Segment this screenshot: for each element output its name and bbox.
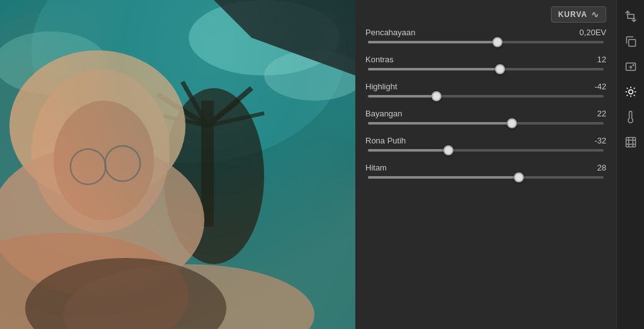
controls-panel: KURVA ∿ Pencahayaan0,20EVKontras12Highli… [355, 0, 616, 329]
sliders-container: Pencahayaan0,20EVKontras12Highlight-42Ba… [365, 28, 606, 179]
crop-rotate-icon[interactable] [619, 5, 642, 28]
slider-thumb-kontras[interactable] [495, 64, 505, 74]
slider-row-highlight: Highlight-42 [365, 82, 606, 98]
slider-label-highlight: Highlight [365, 82, 397, 91]
kurva-button[interactable]: KURVA ∿ [551, 6, 606, 23]
slider-thumb-bayangan[interactable] [507, 118, 517, 128]
svg-line-33 [633, 95, 635, 96]
slider-row-hitam: Hitam28 [365, 163, 606, 179]
slider-value-kontras: 12 [581, 55, 606, 64]
kurva-curve-icon: ∿ [591, 9, 599, 20]
slider-thumb-hitam[interactable] [514, 172, 524, 182]
slider-track-rona-putih[interactable] [368, 149, 604, 152]
slider-value-rona-putih: -32 [581, 136, 606, 145]
slider-track-pencahayaan[interactable] [368, 41, 604, 43]
slider-value-bayangan: 22 [581, 109, 606, 118]
svg-rect-24 [628, 40, 635, 47]
slider-label-hitam: Hitam [365, 163, 387, 172]
slider-label-kontras: Kontras [365, 55, 394, 64]
photo-background [0, 0, 355, 329]
slider-label-bayangan: Bayangan [365, 109, 402, 118]
slider-row-kontras: Kontras12 [365, 55, 606, 70]
slider-track-bayangan[interactable] [368, 122, 604, 125]
kurva-label: KURVA [558, 10, 587, 19]
slider-row-bayangan: Bayangan22 [365, 109, 606, 125]
slider-value-highlight: -42 [581, 82, 606, 91]
add-photo-icon[interactable] [619, 55, 642, 78]
photo-panel [0, 0, 355, 329]
slider-value-pencahayaan: 0,20EV [579, 28, 606, 37]
slider-thumb-rona-putih[interactable] [443, 145, 453, 155]
slider-label-rona-putih: Rona Putih [365, 136, 406, 145]
copy-layers-icon[interactable] [619, 30, 642, 53]
slider-value-hitam: 28 [581, 163, 606, 172]
right-panel: KURVA ∿ Pencahayaan0,20EVKontras12Highli… [355, 0, 644, 329]
light-sun-icon[interactable] [619, 81, 642, 103]
temperature-icon[interactable] [619, 106, 642, 128]
svg-point-26 [633, 65, 634, 66]
header-row: KURVA ∿ [365, 0, 606, 28]
slider-row-pencahayaan: Pencahayaan0,20EV [365, 28, 606, 43]
svg-line-34 [633, 88, 635, 89]
slider-row-rona-putih: Rona Putih-32 [365, 136, 606, 152]
frame-icon[interactable] [619, 131, 642, 153]
slider-track-hitam[interactable] [368, 176, 604, 179]
slider-track-kontras[interactable] [368, 68, 604, 70]
svg-rect-36 [626, 138, 635, 147]
slider-thumb-highlight[interactable] [431, 91, 441, 101]
icon-toolbar [616, 0, 644, 329]
svg-line-32 [626, 88, 628, 89]
slider-label-pencahayaan: Pencahayaan [365, 28, 416, 37]
svg-line-35 [626, 95, 628, 96]
svg-point-27 [628, 90, 633, 94]
slider-track-highlight[interactable] [368, 95, 604, 98]
slider-thumb-pencahayaan[interactable] [492, 37, 502, 47]
